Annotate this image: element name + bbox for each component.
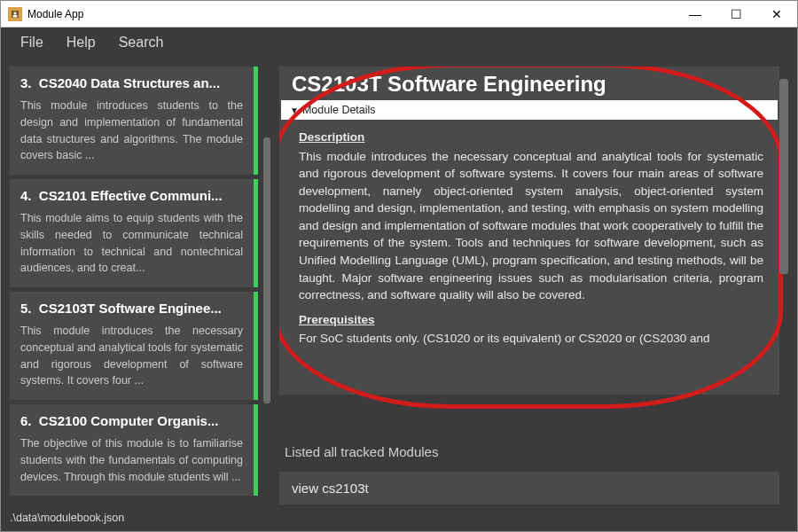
menu-file[interactable]: File (10, 31, 54, 54)
titlebar: Module App — ☐ ✕ (1, 1, 797, 27)
prerequisites-text: For SoC students only. (CS1020 or its eq… (299, 330, 763, 348)
module-card-title: 5. CS2103T Software Enginee... (20, 301, 243, 316)
menu-help[interactable]: Help (56, 31, 106, 54)
module-detail-panel: CS2103T Software Engineering ▼ Module De… (279, 66, 779, 395)
sidebar-scrollbar-thumb[interactable] (263, 137, 270, 403)
sidebar-scrollbar[interactable] (263, 66, 270, 505)
module-card[interactable]: 5. CS2103T Software Enginee... This modu… (10, 292, 258, 400)
description-label: Description (299, 129, 763, 146)
module-card[interactable]: 3. CS2040 Data Structures an... This mod… (10, 66, 258, 175)
window-title: Module App (27, 8, 83, 20)
module-list[interactable]: 3. CS2040 Data Structures an... This mod… (10, 66, 258, 505)
main-scrollbar[interactable] (779, 70, 788, 389)
main-scrollbar-thumb[interactable] (779, 79, 788, 274)
command-input[interactable]: view cs2103t (279, 472, 779, 505)
module-card[interactable]: 4. CS2101 Effective Communi... This modu… (10, 179, 258, 287)
minimize-button[interactable]: — (675, 1, 716, 27)
main-panel: CS2103T Software Engineering ▼ Module De… (279, 66, 788, 505)
close-button[interactable]: ✕ (756, 1, 797, 27)
prerequisites-label: Prerequisites (299, 311, 763, 329)
module-card-desc: This module introduces students to the d… (20, 98, 243, 164)
module-detail-header-label: Module Details (302, 104, 376, 116)
module-card[interactable]: 6. CS2100 Computer Organis... The object… (10, 404, 258, 496)
module-detail-header[interactable]: ▼ Module Details (281, 100, 778, 120)
module-card-title: 6. CS2100 Computer Organis... (20, 413, 243, 428)
app-window: Module App — ☐ ✕ File Help Search 3. CS2… (0, 0, 798, 532)
module-detail-title: CS2103T Software Engineering (279, 66, 779, 100)
svg-rect-2 (13, 15, 18, 18)
app-icon (8, 7, 22, 21)
content-area: 3. CS2040 Data Structures an... This mod… (1, 58, 797, 508)
module-card-desc: This module introduces the necessary con… (20, 323, 243, 389)
disclosure-triangle-icon: ▼ (290, 106, 299, 115)
module-card-title: 4. CS2101 Effective Communi... (20, 188, 243, 203)
svg-point-1 (14, 12, 17, 14)
status-message: Listed all tracked Modules (279, 442, 779, 461)
sidebar-column: 3. CS2040 Data Structures an... This mod… (10, 66, 270, 505)
module-detail-body: Description This module introduces the n… (279, 120, 779, 364)
footer-path: .\data\modulebook.json (1, 508, 797, 531)
module-card-desc: This module aims to equip students with … (20, 210, 243, 277)
description-text: This module introduces the necessary con… (299, 148, 763, 304)
menubar: File Help Search (1, 27, 797, 58)
maximize-button[interactable]: ☐ (716, 1, 756, 27)
module-card-desc: The objective of this module is to famil… (20, 435, 243, 485)
menu-search[interactable]: Search (108, 31, 175, 54)
module-card-title: 3. CS2040 Data Structures an... (20, 75, 243, 90)
